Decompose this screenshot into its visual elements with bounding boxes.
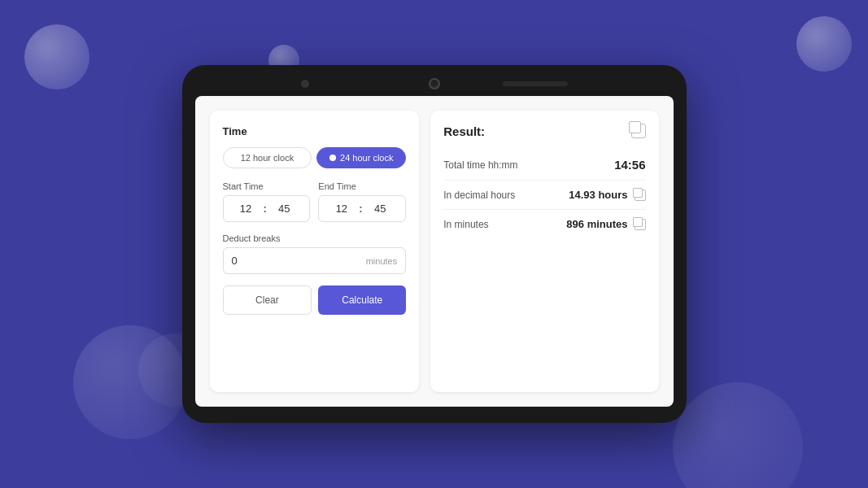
result-row-decimal-hours: In decimal hours 14.93 hours <box>443 181 645 210</box>
12-hour-clock-label: 12 hour clock <box>241 153 294 163</box>
section-title: Time <box>223 125 407 137</box>
end-hour-input[interactable] <box>327 203 355 215</box>
calculate-button[interactable]: Calculate <box>318 285 406 315</box>
decimal-hours-label: In decimal hours <box>443 190 515 201</box>
decimal-hours-value: 14.93 hours <box>569 189 627 201</box>
deduct-breaks-input-wrap[interactable]: minutes <box>223 247 407 274</box>
speaker-icon <box>503 81 568 86</box>
bubble-decoration <box>796 16 852 72</box>
camera-left-icon <box>301 80 309 88</box>
bubble-decoration <box>73 325 187 439</box>
result-header: Result: <box>443 124 645 138</box>
24-hour-clock-button[interactable]: 24 hour clock <box>316 147 406 168</box>
tablet-device: Time 12 hour clock 24 hour clock Start T… <box>182 65 687 423</box>
copy-all-icon[interactable] <box>631 124 646 138</box>
result-panel: Result: Total time hh:mm 14:56 In decima… <box>430 111 658 392</box>
start-hour-input[interactable] <box>232 203 260 215</box>
decimal-hours-right: 14.93 hours <box>569 189 645 201</box>
result-row-total-time: Total time hh:mm 14:56 <box>443 150 645 181</box>
deduct-breaks-label: Deduct breaks <box>223 233 407 243</box>
start-time-field: Start Time : <box>223 181 311 222</box>
result-row-minutes: In minutes 896 minutes <box>443 210 645 238</box>
end-time-field: End Time : <box>318 181 406 222</box>
12-hour-clock-button[interactable]: 12 hour clock <box>223 147 312 168</box>
end-minute-input[interactable] <box>366 203 395 215</box>
end-time-label: End Time <box>318 181 406 191</box>
end-time-separator: : <box>359 203 362 215</box>
minutes-value: 896 minutes <box>566 218 627 230</box>
clear-button[interactable]: Clear <box>223 285 312 315</box>
minutes-right: 896 minutes <box>566 218 645 230</box>
start-time-input-box[interactable]: : <box>223 195 311 222</box>
start-minute-input[interactable] <box>270 203 299 215</box>
time-calculator-panel: Time 12 hour clock 24 hour clock Start T… <box>210 111 420 392</box>
minutes-label: In minutes <box>443 219 488 230</box>
24-hour-clock-label: 24 hour clock <box>340 153 393 163</box>
tablet-top-bar <box>195 78 674 89</box>
copy-decimal-hours-icon[interactable] <box>635 190 646 201</box>
clock-toggle-group: 12 hour clock 24 hour clock <box>223 147 407 168</box>
copy-minutes-icon[interactable] <box>635 219 646 230</box>
bubble-decoration <box>24 24 89 89</box>
end-time-input-box[interactable]: : <box>318 195 406 222</box>
result-title: Result: <box>443 124 485 138</box>
start-time-label: Start Time <box>223 181 311 191</box>
action-buttons-group: Clear Calculate <box>223 285 407 315</box>
camera-lens-icon <box>431 80 438 86</box>
total-time-right: 14:56 <box>614 158 645 172</box>
bubble-decoration <box>673 382 803 488</box>
total-time-label: Total time hh:mm <box>443 159 517 171</box>
time-inputs-group: Start Time : End Time : <box>223 181 407 222</box>
deduct-unit-label: minutes <box>366 256 398 266</box>
deduct-breaks-input[interactable] <box>232 255 264 267</box>
camera-center-icon <box>429 78 440 89</box>
tablet-screen: Time 12 hour clock 24 hour clock Start T… <box>195 96 674 407</box>
start-time-separator: : <box>264 203 267 215</box>
total-time-value: 14:56 <box>614 158 645 172</box>
toggle-active-dot <box>329 155 336 161</box>
